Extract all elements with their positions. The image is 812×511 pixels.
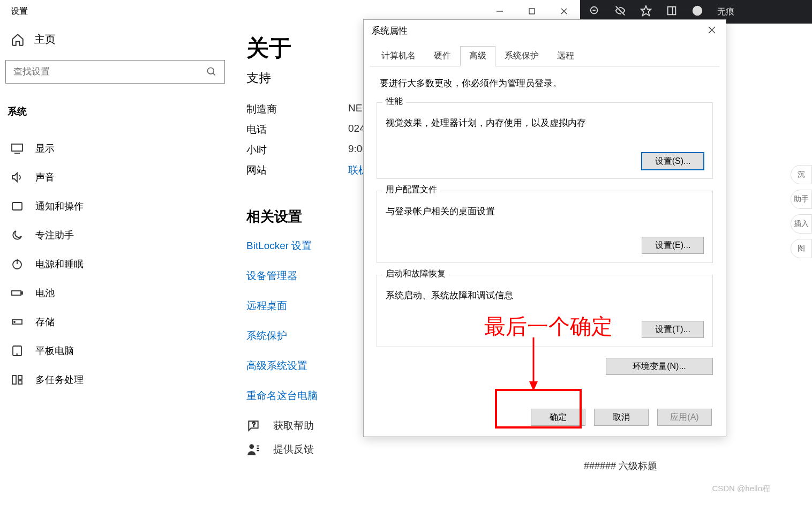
group-performance: 性能 视觉效果，处理器计划，内存使用，以及虚拟内存 设置(S)... (377, 102, 713, 179)
watermark: CSDN @hello程 (712, 484, 770, 494)
tab-advanced[interactable]: 高级 (460, 46, 495, 66)
svg-point-28 (249, 444, 254, 449)
side-pill[interactable]: 助手 (791, 190, 812, 209)
admin-notice: 要进行大多数更改，你必须作为管理员登录。 (380, 77, 713, 89)
nav-notifications[interactable]: 通知和操作 (5, 192, 225, 221)
display-icon (11, 142, 24, 155)
home-icon (11, 33, 25, 47)
svg-point-21 (14, 321, 15, 322)
section-label: 系统 (5, 100, 225, 134)
bg-md-h6: ###### 六级标题 (584, 460, 657, 472)
system-properties-dialog: 系统属性 计算机名 硬件 高级 系统保护 远程 要进行大多数更改，你必须作为管理… (363, 19, 726, 437)
tab-strip: 计算机名 硬件 高级 系统保护 远程 (370, 46, 719, 66)
svg-rect-26 (18, 381, 22, 384)
panel-icon[interactable] (666, 5, 678, 19)
svg-rect-24 (12, 375, 16, 384)
nav-storage[interactable]: 存储 (5, 307, 225, 336)
group-desc: 系统启动、系统故障和调试信息 (386, 289, 704, 302)
svg-line-11 (213, 73, 215, 76)
svg-marker-14 (12, 173, 17, 182)
apply-button[interactable]: 应用(A) (657, 409, 712, 426)
tab-remote[interactable]: 远程 (548, 46, 583, 66)
search-input[interactable] (13, 66, 206, 77)
svg-rect-25 (18, 375, 22, 379)
kv-key: 网站 (246, 163, 348, 177)
tab-hardware[interactable]: 硬件 (425, 46, 460, 66)
svg-rect-19 (21, 292, 22, 294)
nav-focus-assist[interactable]: 专注助手 (5, 221, 225, 250)
nav-display[interactable]: 显示 (5, 134, 225, 163)
group-user-profile: 用户配置文件 与登录帐户相关的桌面设置 设置(E)... (377, 191, 713, 263)
moon-icon (11, 229, 24, 242)
multitask-icon (11, 373, 24, 386)
kv-val: 024 (348, 123, 365, 137)
sidebar: 主页 系统 显示 声音 通知和操作 专注助手 电源和睡眠 电池 存储 平板电脑 … (0, 22, 230, 511)
svg-rect-3 (668, 7, 676, 15)
nav-tablet[interactable]: 平板电脑 (5, 336, 225, 365)
incognito-icon[interactable] (691, 5, 703, 19)
star-icon[interactable] (640, 5, 652, 19)
sound-icon (11, 171, 24, 184)
group-desc: 与登录帐户相关的桌面设置 (386, 205, 704, 217)
perf-settings-button[interactable]: 设置(S)... (642, 153, 704, 170)
nav-power[interactable]: 电源和睡眠 (5, 250, 225, 279)
give-feedback[interactable]: 提供反馈 (246, 442, 580, 456)
group-title: 用户配置文件 (382, 184, 440, 196)
search-input-wrap[interactable] (5, 60, 225, 84)
annotation-highlight-box (495, 389, 582, 429)
group-title: 启动和故障恢复 (382, 268, 449, 280)
tab-computer-name[interactable]: 计算机名 (372, 46, 425, 66)
group-title: 性能 (382, 96, 406, 107)
tablet-icon (11, 344, 24, 357)
nav-sound[interactable]: 声音 (5, 163, 225, 192)
svg-rect-12 (12, 144, 22, 151)
eye-off-icon[interactable] (614, 5, 626, 19)
battery-icon (11, 287, 24, 299)
annotation-arrow-icon (528, 337, 539, 391)
svg-rect-15 (12, 202, 22, 210)
help-icon: ? (246, 419, 260, 433)
side-pill[interactable]: 图 (791, 239, 812, 258)
svg-marker-2 (641, 6, 651, 16)
kv-key: 电话 (246, 123, 348, 137)
kv-key: 制造商 (246, 102, 348, 116)
env-vars-button[interactable]: 环境变量(N)... (606, 358, 713, 375)
svg-rect-7 (529, 9, 535, 14)
power-icon (11, 258, 24, 270)
zoom-out-icon[interactable] (589, 5, 600, 19)
home-nav[interactable]: 主页 (5, 22, 225, 60)
group-desc: 视觉效果，处理器计划，内存使用，以及虚拟内存 (386, 117, 704, 129)
kv-key: 小时 (246, 143, 348, 157)
startup-settings-button[interactable]: 设置(T)... (642, 321, 704, 338)
dialog-titlebar: 系统属性 (364, 20, 726, 41)
storage-icon (11, 315, 24, 328)
side-pill[interactable]: 插入 (791, 214, 812, 234)
home-label: 主页 (34, 32, 56, 47)
cancel-button[interactable]: 取消 (594, 409, 649, 426)
incognito-label: 无痕 (717, 6, 734, 18)
profile-settings-button[interactable]: 设置(E)... (642, 237, 704, 254)
svg-point-10 (208, 68, 214, 74)
dialog-close-button[interactable] (701, 22, 723, 38)
notify-icon (11, 200, 24, 213)
svg-point-5 (693, 6, 702, 16)
nav-multitask[interactable]: 多任务处理 (5, 365, 225, 394)
side-pill-stack: 沉 助手 插入 图 (791, 165, 812, 258)
tab-system-protect[interactable]: 系统保护 (495, 46, 548, 66)
window-title: 设置 (11, 6, 28, 17)
svg-text:?: ? (252, 421, 255, 427)
feedback-icon (246, 442, 260, 456)
dialog-title: 系统属性 (371, 25, 408, 37)
nav-battery[interactable]: 电池 (5, 279, 225, 307)
side-pill[interactable]: 沉 (791, 165, 812, 184)
search-icon (206, 66, 217, 77)
annotation-text: 最后一个确定 (484, 312, 613, 341)
svg-rect-18 (12, 291, 21, 295)
